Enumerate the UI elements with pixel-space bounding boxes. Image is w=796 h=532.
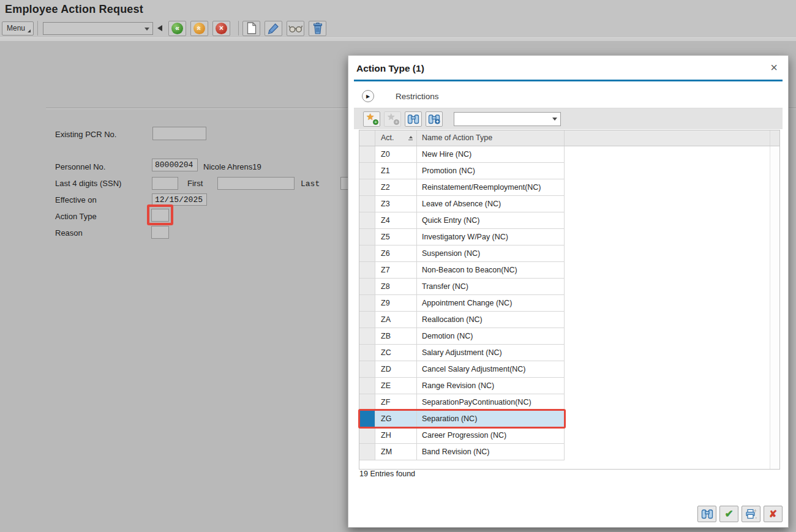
act-column-label: Act. [381,130,394,146]
command-combobox[interactable] [43,22,153,35]
table-row[interactable]: Z4 Quick Entry (NC) [359,212,565,229]
table-row[interactable]: Z2 Reinstatement/Reemployment(NC) [359,179,565,196]
search-combobox[interactable] [454,112,561,126]
delete-button[interactable] [309,21,326,36]
row-code: ZH [375,427,417,443]
effective-on-input[interactable] [152,193,207,206]
row-code: Z0 [375,146,417,162]
action-type-dialog: Action Type (1) × ▶ Restrictions ★ + ★ + [348,55,789,528]
first-name-input[interactable] [217,177,295,190]
vertical-scrollbar-track[interactable] [770,146,779,469]
action-type-input[interactable] [151,209,169,222]
row-selector-cell[interactable] [359,295,375,311]
row-name: Non-Beacon to Beacon(NC) [417,262,565,278]
table-row[interactable]: Z9 Appointment Change (NC) [359,295,565,312]
row-selector-cell[interactable] [359,394,375,410]
selector-column-header[interactable] [359,130,375,146]
row-selector-cell[interactable] [359,245,375,261]
personnel-no-label: Personnel No. [55,162,105,171]
table-row[interactable]: ZH Career Progression (NC) [359,427,565,444]
row-selector-cell[interactable] [359,328,375,344]
edit-button[interactable] [265,21,282,36]
delete-from-personal-list-icon: ★ + [388,114,397,124]
cancel-button[interactable]: × [212,21,230,36]
expand-icon: ▶ [366,94,370,99]
back-icon: « [171,23,183,34]
row-selector-cell[interactable] [359,212,375,228]
last-name-label: Last [301,179,320,189]
create-button[interactable] [242,21,260,36]
row-selector-cell[interactable] [359,279,375,294]
row-name: Appointment Change (NC) [417,295,565,311]
table-row[interactable]: ZB Demotion (NC) [359,328,565,345]
table-row[interactable]: Z0 New Hire (NC) [359,146,565,163]
table-row[interactable]: ZA Reallocation (NC) [359,312,565,328]
display-button[interactable] [287,21,304,36]
row-selector-cell[interactable] [359,345,375,361]
row-selector-cell[interactable] [359,378,375,394]
dialog-title-rule [354,80,783,81]
table-row[interactable]: Z3 Leave of Absence (NC) [359,196,565,212]
row-selector-cell[interactable] [359,361,375,377]
table-row[interactable]: ZC Salary Adjustment (NC) [359,345,565,361]
row-name: Reinstatement/Reemployment(NC) [417,179,565,195]
find-entries-button[interactable] [697,506,716,522]
expand-restrictions-button[interactable]: ▶ [362,90,374,102]
reason-label: Reason [55,228,83,238]
table-row[interactable]: Z5 Investigatory W/Pay (NC) [359,229,565,245]
name-column-header[interactable]: Name of Action Type [417,130,565,146]
table-row[interactable]: Z6 Suspension (NC) [359,245,565,262]
dialog-cancel-button[interactable]: ✘ [764,506,783,522]
row-code: ZG [375,411,417,427]
dialog-title: Action Type (1) [356,63,424,74]
table-row[interactable]: ZD Cancel Salary Adjustment(NC) [359,361,565,378]
table-row[interactable]: Z8 Transfer (NC) [359,279,565,295]
row-code: ZD [375,361,417,377]
row-selector-cell[interactable] [359,163,375,179]
accept-button[interactable]: ✔ [719,506,738,522]
table-row[interactable]: ZG Separation (NC) [359,411,565,427]
insert-in-personal-list-button[interactable]: ★ + [363,111,380,127]
effective-on-label: Effective on [55,195,97,204]
act-column-header[interactable]: Act. [375,130,417,146]
row-selector-cell[interactable] [359,262,375,278]
row-name: Quick Entry (NC) [417,212,565,228]
dialog-toolbar: ★ + ★ + [354,108,783,129]
reason-input[interactable] [151,226,169,239]
ssn-label: Last 4 digits (SSN) [55,179,121,188]
row-selector-cell[interactable] [359,179,375,195]
table-row[interactable]: ZF SeparationPayContinuation(NC) [359,394,565,411]
ssn-input[interactable] [152,177,178,190]
row-selector-cell[interactable] [359,229,375,245]
table-header: Act. Name of Action Type [359,130,779,146]
table-row[interactable]: ZE Range Revision (NC) [359,378,565,394]
exit-button[interactable]: « [190,21,208,36]
page-title: Employee Action Request [5,3,143,16]
row-selector-cell[interactable] [359,411,375,427]
table-row[interactable]: ZM Band Revision (NC) [359,444,565,460]
row-selector-cell[interactable] [359,427,375,443]
first-name-label: First [187,179,203,188]
table-row[interactable]: Z7 Non-Beacon to Beacon(NC) [359,262,565,279]
close-icon[interactable]: × [767,61,781,74]
insert-in-personal-list-icon: ★ + [367,114,377,124]
action-type-label: Action Type [55,212,97,221]
row-selector-cell[interactable] [359,196,375,212]
restrictions-label: Restrictions [396,92,439,101]
print-button[interactable] [742,506,760,522]
back-button[interactable]: « [168,21,186,36]
personnel-no-input[interactable] [152,159,198,171]
row-name: Cancel Salary Adjustment(NC) [417,361,565,377]
row-code: Z6 [375,245,417,261]
row-selector-cell[interactable] [359,146,375,162]
collapse-left-icon[interactable] [157,25,162,31]
menu-button[interactable]: Menu [2,21,34,36]
header-band [0,38,796,41]
row-selector-cell[interactable] [359,312,375,328]
find-next-button[interactable] [426,111,443,127]
find-button[interactable] [405,111,422,127]
existing-pcr-input[interactable] [152,127,206,140]
row-name: Transfer (NC) [417,279,565,294]
table-row[interactable]: Z1 Promotion (NC) [359,163,565,179]
row-selector-cell[interactable] [359,444,375,460]
